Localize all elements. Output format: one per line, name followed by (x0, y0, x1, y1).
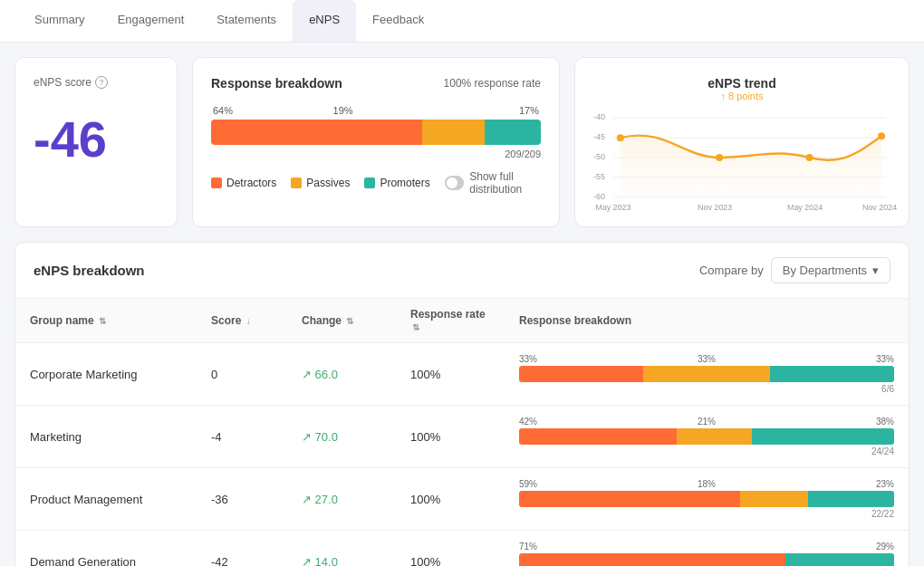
cell-response-breakdown: 33%33%33%6/6 (505, 343, 909, 406)
th-score: Score ↓ (197, 299, 287, 343)
mini-bar-teal (785, 553, 894, 566)
mini-bar-labels: 42%21%38% (519, 417, 894, 427)
chart-point-1 (617, 134, 624, 141)
sort-icon-change[interactable]: ⇅ (346, 316, 353, 326)
cell-response-breakdown: 59%18%23%22/22 (505, 468, 909, 531)
cell-score: -4 (197, 406, 287, 468)
sort-icon-group[interactable]: ⇅ (99, 316, 106, 326)
svg-text:May 2024: May 2024 (787, 203, 823, 212)
trend-card: eNPS trend ↑ 8 points (574, 57, 910, 227)
svg-text:-55: -55 (593, 172, 605, 181)
cell-response-rate: 100% (396, 343, 505, 406)
cell-score: 0 (197, 343, 287, 406)
cell-change: ↗ 27.0 (287, 468, 396, 531)
main-content: eNPS score ? -46 Response breakdown 100%… (0, 43, 924, 566)
mini-bar-red (519, 428, 677, 445)
bar-promoters (485, 120, 541, 145)
enps-score-label: eNPS score ? (34, 76, 159, 89)
cell-group-name: Corporate Marketing (15, 343, 197, 406)
help-icon[interactable]: ? (95, 76, 108, 89)
bar-detractors (211, 120, 422, 145)
cell-response-rate: 100% (396, 406, 505, 468)
compare-by: Compare by By Departments ▾ (699, 257, 890, 283)
mini-bar-teal (752, 428, 894, 445)
tab-summary[interactable]: Summary (18, 0, 101, 42)
svg-text:Nov 2023: Nov 2023 (698, 203, 732, 212)
mini-bar-red (519, 366, 643, 382)
sort-icon-rate[interactable]: ⇅ (412, 322, 419, 332)
table-row: Marketing-4↗ 70.0100%42%21%38%24/24 (15, 406, 909, 468)
breakdown-title: Response breakdown (211, 76, 342, 91)
cell-response-rate: 100% (396, 531, 505, 567)
change-value: ↗ 66.0 (302, 368, 338, 381)
chart-area: -40 -45 -50 -55 -60 (593, 109, 890, 208)
svg-text:-40: -40 (593, 112, 605, 121)
departments-dropdown[interactable]: By Departments ▾ (771, 257, 890, 283)
legend: Detractors Passives Promoters S (211, 170, 541, 196)
nav-tabs: Summary Engagement Statements eNPS Feedb… (0, 0, 924, 43)
change-value: ↗ 27.0 (302, 493, 338, 506)
mini-bar-count: 22/22 (519, 509, 894, 519)
tab-engagement[interactable]: Engagement (101, 0, 201, 42)
trend-up-arrow: ↑ (720, 91, 728, 101)
legend-passives: Passives (291, 177, 350, 189)
detractors-dot (211, 177, 222, 188)
tab-feedback[interactable]: Feedback (356, 0, 440, 42)
response-rate: 100% response rate (444, 77, 541, 90)
compare-label: Compare by (699, 264, 764, 277)
mini-bar-yellow (740, 491, 808, 507)
distribution-toggle[interactable]: Show full distribution (445, 170, 541, 196)
bar-passives (422, 120, 485, 145)
tab-enps[interactable]: eNPS (293, 0, 356, 42)
passives-dot (291, 177, 302, 188)
mini-stacked-bar (519, 491, 894, 507)
cell-group-name: Demand Generation (15, 531, 197, 567)
trend-header: eNPS trend ↑ 8 points (593, 76, 890, 101)
mini-bar-red (519, 553, 785, 566)
toggle-label: Show full distribution (469, 170, 541, 196)
table-body: Corporate Marketing0↗ 66.0100%33%33%33%6… (15, 343, 909, 567)
response-stacked-bar (211, 120, 541, 145)
promoters-dot (364, 177, 375, 188)
svg-text:Nov 2024: Nov 2024 (862, 203, 897, 212)
svg-text:-60: -60 (593, 192, 605, 201)
change-value: ↗ 70.0 (302, 430, 338, 444)
cell-change: ↗ 66.0 (287, 343, 396, 406)
breakdown-section-header: eNPS breakdown Compare by By Departments… (15, 243, 909, 299)
mini-bar-labels: 59%18%23% (519, 479, 894, 489)
breakdown-section: eNPS breakdown Compare by By Departments… (14, 242, 910, 566)
mini-bar-teal (808, 491, 894, 507)
chart-point-3 (806, 154, 813, 161)
bar-count: 209/209 (211, 149, 541, 159)
th-change: Change ⇅ (287, 299, 396, 343)
enps-score-card: eNPS score ? -46 (14, 57, 178, 227)
trend-title: eNPS trend (593, 76, 890, 91)
toggle-switch[interactable] (445, 176, 464, 190)
svg-text:-50: -50 (593, 152, 605, 161)
svg-text:May 2023: May 2023 (595, 203, 630, 212)
chevron-down-icon: ▾ (872, 264, 879, 277)
th-response-rate: Response rate ⇅ (396, 299, 505, 343)
svg-text:-45: -45 (593, 132, 605, 141)
response-breakdown-card: Response breakdown 100% response rate 64… (192, 57, 560, 227)
mini-bar-count: 24/24 (519, 446, 894, 456)
breakdown-header: Response breakdown 100% response rate (211, 76, 541, 91)
cell-response-breakdown: 71%29%7/7 (505, 531, 909, 567)
mini-bar-yellow (643, 366, 771, 382)
cell-response-breakdown: 42%21%38%24/24 (505, 406, 909, 468)
bar-labels: 64% 19% 17% (211, 105, 541, 116)
mini-stacked-bar (519, 428, 894, 445)
cell-group-name: Product Management (15, 468, 197, 531)
enps-score-value: -46 (34, 114, 159, 165)
mini-bar-count: 6/6 (519, 384, 894, 394)
sort-icon-score[interactable]: ↓ (246, 316, 251, 326)
cell-change: ↗ 14.0 (287, 531, 396, 567)
tab-statements[interactable]: Statements (200, 0, 293, 42)
cell-change: ↗ 70.0 (287, 406, 396, 468)
mini-bar-teal (770, 366, 894, 382)
legend-detractors: Detractors (211, 177, 276, 189)
table-header-row: Group name ⇅ Score ↓ Change ⇅ Response (15, 299, 909, 343)
top-row: eNPS score ? -46 Response breakdown 100%… (14, 57, 910, 227)
mini-bar-red (519, 491, 740, 507)
legend-promoters: Promoters (364, 177, 429, 189)
